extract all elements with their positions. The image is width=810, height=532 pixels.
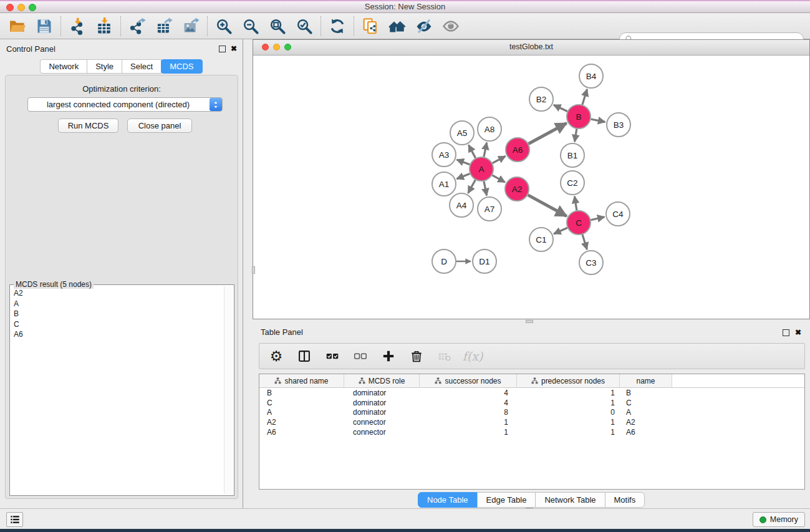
zoom-selected-icon[interactable] bbox=[295, 17, 314, 36]
graph-edge-C-C2[interactable] bbox=[574, 196, 577, 211]
graph-node-A6[interactable]: A6 bbox=[506, 138, 529, 162]
refresh-network-icon[interactable] bbox=[328, 17, 347, 36]
graph-edge-A-A1[interactable] bbox=[456, 173, 470, 178]
result-list-scrollbar[interactable] bbox=[224, 286, 233, 494]
close-table-panel-icon[interactable]: ✖ bbox=[795, 329, 801, 336]
graph-edge-B-B1[interactable] bbox=[575, 129, 577, 142]
graph-node-C4[interactable]: C4 bbox=[606, 202, 630, 226]
graph-edge-A-A8[interactable] bbox=[484, 143, 487, 157]
import-table-icon[interactable] bbox=[95, 17, 113, 36]
tab-mcds[interactable]: MCDS bbox=[161, 59, 202, 74]
graph-node-A8[interactable]: A8 bbox=[478, 117, 501, 141]
mcds-result-item[interactable]: B bbox=[14, 309, 223, 319]
hide-graphics-details-icon[interactable] bbox=[415, 17, 433, 36]
mcds-result-item[interactable]: A bbox=[14, 299, 223, 309]
export-network-icon[interactable] bbox=[128, 17, 147, 36]
close-panel-button[interactable]: Close panel bbox=[127, 118, 192, 133]
deselect-all-rows-icon[interactable] bbox=[352, 348, 369, 364]
network-close-button[interactable] bbox=[262, 44, 269, 51]
run-mcds-button[interactable]: Run MCDS bbox=[58, 118, 118, 133]
graph-edge-A-A2[interactable] bbox=[492, 175, 504, 182]
graph-node-C1[interactable]: C1 bbox=[529, 228, 553, 251]
network-canvas[interactable]: B4B2BB3A8A5A6A3B1AC2A1A2A4A7C4CC1C3DD1 bbox=[253, 56, 809, 319]
graph-edge-C-C1[interactable] bbox=[554, 228, 567, 234]
open-session-icon[interactable] bbox=[8, 17, 27, 36]
close-panel-icon[interactable]: ✖ bbox=[231, 45, 237, 52]
column-header-name[interactable]: name bbox=[620, 374, 672, 387]
import-network-icon[interactable] bbox=[68, 17, 87, 36]
mcds-result-item[interactable]: A6 bbox=[14, 329, 223, 340]
tab-network[interactable]: Network bbox=[40, 59, 87, 74]
mcds-result-list[interactable]: A2ABCA6 bbox=[12, 288, 223, 493]
graph-edge-B-B4[interactable] bbox=[582, 89, 587, 105]
graph-node-B1[interactable]: B1 bbox=[561, 143, 584, 167]
graph-edge-B-B3[interactable] bbox=[591, 119, 605, 122]
graph-node-C3[interactable]: C3 bbox=[579, 251, 603, 274]
graph-edge-A-A7[interactable] bbox=[484, 181, 487, 196]
graph-node-D1[interactable]: D1 bbox=[473, 249, 496, 273]
graph-node-D[interactable]: D bbox=[432, 249, 456, 273]
graph-edge-B-B2[interactable] bbox=[554, 105, 567, 111]
zoom-window-button[interactable] bbox=[29, 4, 36, 11]
delete-columns-icon[interactable] bbox=[408, 348, 425, 364]
graph-edge-A2-C[interactable] bbox=[528, 195, 567, 216]
graph-node-B3[interactable]: B3 bbox=[607, 113, 630, 137]
mcds-result-item[interactable]: C bbox=[14, 319, 223, 330]
zoom-in-icon[interactable] bbox=[215, 17, 233, 36]
graph-edge-C-C4[interactable] bbox=[591, 217, 605, 220]
graph-node-A[interactable]: A bbox=[470, 157, 493, 181]
zoom-fit-icon[interactable] bbox=[268, 17, 287, 36]
graph-node-A4[interactable]: A4 bbox=[450, 193, 473, 217]
graph-edge-A-A6[interactable] bbox=[493, 156, 506, 163]
add-column-icon[interactable] bbox=[380, 348, 397, 364]
float-panel-icon[interactable] bbox=[219, 46, 226, 52]
close-window-button[interactable] bbox=[6, 4, 14, 11]
table-row[interactable]: Cdominator41C bbox=[259, 398, 804, 408]
export-table-icon[interactable] bbox=[155, 17, 173, 36]
network-window-titlebar[interactable]: testGlobe.txt bbox=[253, 40, 809, 56]
tab-node-table[interactable]: Node Table bbox=[418, 492, 478, 508]
select-all-rows-icon[interactable] bbox=[324, 348, 340, 364]
vertical-splitter-handle[interactable] bbox=[252, 266, 255, 274]
new-network-from-selection-icon[interactable] bbox=[361, 17, 380, 36]
table-row[interactable]: A6connector11A6 bbox=[259, 427, 804, 437]
column-header-successor-nodes[interactable]: successor nodes bbox=[420, 374, 517, 387]
graph-edge-C-C3[interactable] bbox=[582, 235, 587, 249]
show-columns-icon[interactable] bbox=[296, 348, 312, 364]
column-header-predecessor-nodes[interactable]: predecessor nodes bbox=[517, 374, 620, 387]
show-graphics-details-icon[interactable] bbox=[441, 17, 460, 36]
graph-edge-A6-B[interactable] bbox=[529, 123, 567, 144]
tab-motifs[interactable]: Motifs bbox=[605, 492, 645, 508]
graph-node-B2[interactable]: B2 bbox=[529, 87, 553, 111]
float-table-panel-icon[interactable] bbox=[783, 329, 789, 336]
network-zoom-button[interactable] bbox=[284, 44, 291, 51]
minimize-window-button[interactable] bbox=[17, 4, 25, 11]
column-header-MCDS-role[interactable]: MCDS role bbox=[344, 374, 420, 387]
home-networks-icon[interactable] bbox=[388, 17, 407, 36]
graph-node-C[interactable]: C bbox=[567, 211, 591, 235]
table-row[interactable]: Bdominator41B bbox=[259, 388, 804, 398]
table-row[interactable]: Adominator80A bbox=[259, 408, 804, 418]
column-header-shared-name[interactable]: shared name bbox=[259, 374, 344, 387]
table-row[interactable]: A2connector11A2 bbox=[259, 417, 804, 427]
export-image-icon[interactable] bbox=[181, 17, 200, 36]
graph-node-A2[interactable]: A2 bbox=[505, 177, 529, 201]
graph-edge-A-A3[interactable] bbox=[457, 160, 470, 165]
graph-node-A1[interactable]: A1 bbox=[432, 172, 456, 196]
memory-button[interactable]: Memory bbox=[753, 512, 805, 527]
graph-node-B4[interactable]: B4 bbox=[579, 64, 603, 88]
table-options-icon[interactable]: ⚙ bbox=[268, 348, 284, 364]
graph-node-A7[interactable]: A7 bbox=[478, 197, 501, 221]
network-minimize-button[interactable] bbox=[273, 44, 280, 51]
graph-node-C2[interactable]: C2 bbox=[561, 171, 584, 195]
graph-edge-A-A5[interactable] bbox=[468, 145, 475, 158]
tab-edge-table[interactable]: Edge Table bbox=[477, 492, 536, 508]
optimization-criterion-select[interactable]: largest connected component (directed) bbox=[27, 97, 223, 112]
mcds-result-item[interactable]: A2 bbox=[14, 288, 223, 299]
tab-style[interactable]: Style bbox=[87, 59, 122, 74]
zoom-out-icon[interactable] bbox=[241, 17, 260, 36]
graph-node-B[interactable]: B bbox=[567, 105, 591, 128]
graph-node-A3[interactable]: A3 bbox=[432, 143, 456, 167]
task-history-button[interactable] bbox=[6, 512, 23, 527]
graph-node-A5[interactable]: A5 bbox=[450, 121, 474, 145]
